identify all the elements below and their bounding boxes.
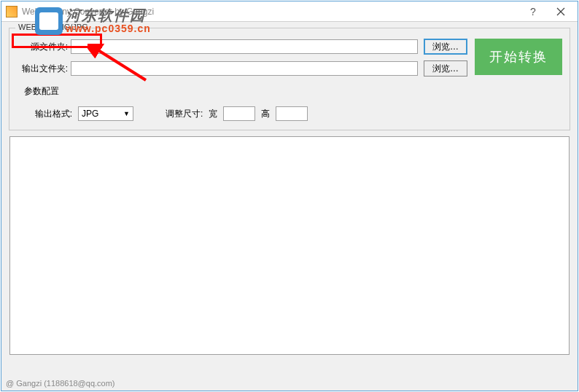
group-legend: WEBP to PNG/JPG — [15, 23, 91, 31]
source-input[interactable] — [71, 39, 418, 54]
close-button[interactable] — [547, 2, 575, 21]
outfmt-label: 输出格式: — [18, 108, 72, 120]
conversion-group: WEBP to PNG/JPG 源文件夹: 浏览… 输出文件夹: 浏览… 开始转… — [9, 28, 570, 130]
content-area: WEBP to PNG/JPG 源文件夹: 浏览… 输出文件夹: 浏览… 开始转… — [1, 22, 578, 361]
chevron-down-icon: ▼ — [123, 110, 130, 117]
window-title: Webp to Any Converter by Gangzi — [22, 7, 519, 17]
resize-label: 调整尺寸: — [166, 108, 203, 120]
source-label: 源文件夹: — [17, 41, 71, 53]
height-input[interactable] — [276, 106, 308, 121]
output-input[interactable] — [71, 61, 418, 76]
close-icon — [556, 7, 565, 16]
source-row: 源文件夹: 浏览… — [17, 39, 467, 55]
log-textarea[interactable] — [9, 136, 570, 355]
params-row: 输出格式: JPG ▼ 调整尺寸: 宽 高 — [17, 103, 562, 122]
height-label: 高 — [261, 108, 270, 120]
start-convert-button[interactable]: 开始转换 — [475, 39, 562, 75]
app-icon — [6, 6, 18, 17]
output-label: 输出文件夹: — [17, 63, 71, 75]
outfmt-value: JPG — [82, 109, 98, 119]
browse-output-button[interactable]: 浏览… — [424, 60, 467, 77]
footer-credit: @ Gangzi (1188618@qq.com) — [6, 379, 115, 388]
params-legend: 参数配置 — [24, 85, 562, 98]
width-input[interactable] — [223, 106, 255, 121]
browse-source-button[interactable]: 浏览… — [424, 39, 467, 55]
titlebar: Webp to Any Converter by Gangzi ? — [1, 1, 578, 22]
output-format-select[interactable]: JPG ▼ — [78, 106, 133, 121]
output-row: 输出文件夹: 浏览… — [17, 60, 467, 77]
help-button[interactable]: ? — [519, 2, 547, 21]
window-main: Webp to Any Converter by Gangzi ? WEBP t… — [1, 1, 578, 391]
width-label: 宽 — [209, 108, 217, 120]
